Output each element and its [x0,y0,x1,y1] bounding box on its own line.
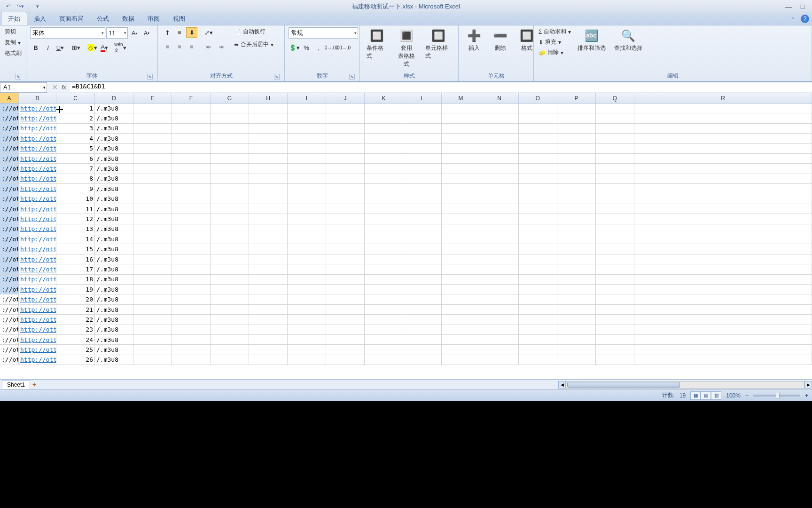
cell-C[interactable]: 13 [56,224,95,234]
cell-empty[interactable] [249,224,288,234]
cell-empty[interactable] [403,144,442,153]
cell-empty[interactable] [442,103,480,113]
cell-A[interactable]: ://ot [0,285,19,294]
cell-empty[interactable] [442,204,480,214]
cell-empty[interactable] [288,164,326,173]
cell-empty[interactable] [172,103,211,113]
cell-empty[interactable] [211,275,249,284]
redo-button[interactable]: ↷▾ [15,2,25,11]
cell-empty[interactable] [519,113,557,123]
cell-D[interactable]: /.m3u8 [95,214,133,223]
cell-empty[interactable] [249,294,288,304]
cell-D[interactable]: /.m3u8 [95,294,133,304]
cell-empty[interactable] [288,294,326,304]
cell-C[interactable]: 24 [56,335,95,344]
cell-B[interactable]: http://ott.f [19,174,56,183]
cell-empty[interactable] [133,294,172,304]
cell-empty[interactable] [480,164,519,173]
cell-empty[interactable] [442,174,480,183]
cell-A[interactable]: ://ot [0,294,19,304]
cell-empty[interactable] [442,134,480,143]
cell-empty[interactable] [634,254,812,264]
cell-empty[interactable] [288,305,326,314]
cell-empty[interactable] [249,315,288,324]
cell-A[interactable]: ://ot [0,264,19,274]
cell-empty[interactable] [249,144,288,153]
col-header-N[interactable]: N [480,93,519,103]
cell-empty[interactable] [365,134,403,143]
cell-empty[interactable] [596,113,634,123]
col-header-Q[interactable]: Q [596,93,634,103]
cell-A[interactable]: ://ot [0,174,19,183]
cell-empty[interactable] [133,315,172,324]
cell-empty[interactable] [519,134,557,143]
table-row[interactable]: ://othttp://ott.f26/.m3u8 [0,355,812,365]
cell-empty[interactable] [557,305,596,314]
cell-empty[interactable] [480,315,519,324]
cell-empty[interactable] [480,244,519,254]
cell-B[interactable]: http://ott.f [19,164,56,173]
cell-empty[interactable] [326,174,365,183]
cell-empty[interactable] [211,214,249,223]
cell-D[interactable]: /.m3u8 [95,154,133,163]
cell-empty[interactable] [403,194,442,204]
cell-A[interactable]: ://ot [0,134,19,143]
cell-empty[interactable] [596,244,634,254]
cell-empty[interactable] [442,124,480,133]
cell-empty[interactable] [403,325,442,334]
cell-empty[interactable] [365,204,403,214]
cell-empty[interactable] [403,154,442,163]
cell-empty[interactable] [442,345,480,354]
col-header-H[interactable]: H [249,93,288,103]
cell-B[interactable]: http://ott.f [19,144,56,153]
cell-empty[interactable] [249,164,288,173]
cell-C[interactable]: 8 [56,174,95,183]
cell-D[interactable]: /.m3u8 [95,264,133,274]
cell-empty[interactable] [403,174,442,183]
cell-empty[interactable] [480,103,519,113]
font-name-combo[interactable]: 宋体▾ [30,27,105,39]
maximize-button[interactable]: □ [797,2,808,11]
cell-empty[interactable] [634,355,812,365]
table-row[interactable]: ://othttp://ott.f25/.m3u8 [0,345,812,355]
cell-empty[interactable] [288,224,326,234]
cell-D[interactable]: /.m3u8 [95,103,133,113]
sort-filter-button[interactable]: 🔤排序和筛选 [575,27,609,53]
cell-empty[interactable] [172,325,211,334]
cell-empty[interactable] [519,294,557,304]
cell-empty[interactable] [172,254,211,264]
cell-empty[interactable] [480,154,519,163]
cell-empty[interactable] [480,124,519,133]
cell-empty[interactable] [133,204,172,214]
cell-C[interactable]: 19 [56,285,95,294]
cell-empty[interactable] [211,134,249,143]
align-bottom-button[interactable]: ⬇ [186,27,197,38]
phonetic-button[interactable]: wén文▾ [115,42,126,53]
cell-empty[interactable] [288,355,326,365]
cell-empty[interactable] [557,103,596,113]
cell-empty[interactable] [403,244,442,254]
cell-empty[interactable] [442,264,480,274]
cell-empty[interactable] [519,305,557,314]
cell-empty[interactable] [133,103,172,113]
col-header-B[interactable]: B [19,93,56,103]
cell-empty[interactable] [172,184,211,193]
qat-customize[interactable]: ▾ [32,2,43,11]
cell-A[interactable]: ://ot [0,224,19,234]
help-icon[interactable]: ? [801,15,809,23]
name-box[interactable]: A1▾ [0,82,47,93]
cell-empty[interactable] [557,234,596,244]
scroll-left-button[interactable]: ◀ [558,381,566,389]
align-center-button[interactable]: ≡ [174,41,185,52]
cell-empty[interactable] [480,345,519,354]
cell-empty[interactable] [557,264,596,274]
table-row[interactable]: ://othttp://ott.f6/.m3u8 [0,154,812,164]
cell-empty[interactable] [288,234,326,244]
cell-C[interactable]: 7 [56,164,95,173]
cell-empty[interactable] [596,345,634,354]
cell-empty[interactable] [288,254,326,264]
cell-empty[interactable] [557,244,596,254]
font-size-combo[interactable]: 11▾ [106,27,128,39]
cell-empty[interactable] [365,113,403,123]
cell-empty[interactable] [326,144,365,153]
